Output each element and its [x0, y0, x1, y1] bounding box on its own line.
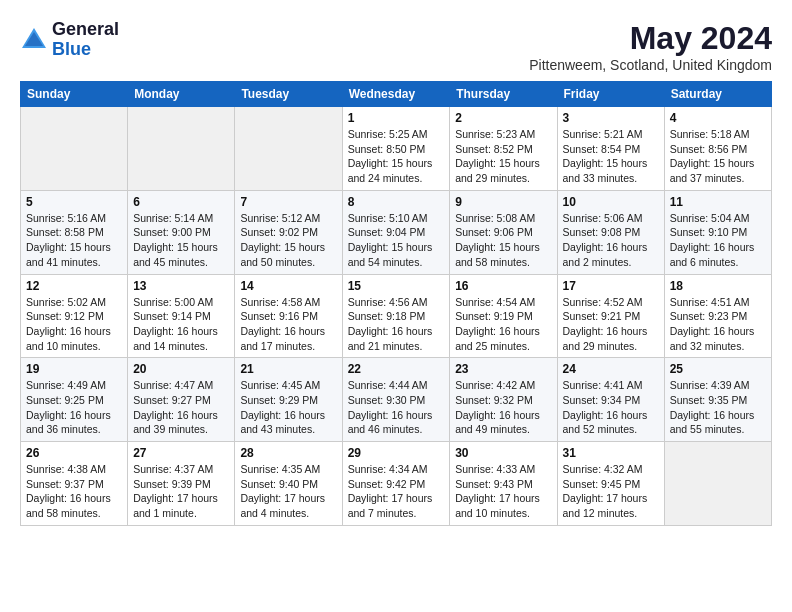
calendar-cell: 12Sunrise: 5:02 AMSunset: 9:12 PMDayligh… [21, 274, 128, 358]
calendar-cell: 27Sunrise: 4:37 AMSunset: 9:39 PMDayligh… [128, 442, 235, 526]
calendar-cell: 17Sunrise: 4:52 AMSunset: 9:21 PMDayligh… [557, 274, 664, 358]
calendar-cell: 5Sunrise: 5:16 AMSunset: 8:58 PMDaylight… [21, 190, 128, 274]
day-info: Sunrise: 4:44 AMSunset: 9:30 PMDaylight:… [348, 378, 445, 437]
day-info: Sunrise: 4:35 AMSunset: 9:40 PMDaylight:… [240, 462, 336, 521]
month-title: May 2024 [529, 20, 772, 57]
day-info: Sunrise: 5:10 AMSunset: 9:04 PMDaylight:… [348, 211, 445, 270]
calendar-cell: 11Sunrise: 5:04 AMSunset: 9:10 PMDayligh… [664, 190, 771, 274]
logo-icon [20, 26, 48, 54]
calendar-cell: 20Sunrise: 4:47 AMSunset: 9:27 PMDayligh… [128, 358, 235, 442]
calendar-cell: 7Sunrise: 5:12 AMSunset: 9:02 PMDaylight… [235, 190, 342, 274]
day-info: Sunrise: 4:38 AMSunset: 9:37 PMDaylight:… [26, 462, 122, 521]
calendar-cell: 15Sunrise: 4:56 AMSunset: 9:18 PMDayligh… [342, 274, 450, 358]
day-number: 24 [563, 362, 659, 376]
column-header-saturday: Saturday [664, 82, 771, 107]
calendar-cell: 30Sunrise: 4:33 AMSunset: 9:43 PMDayligh… [450, 442, 557, 526]
calendar-cell: 10Sunrise: 5:06 AMSunset: 9:08 PMDayligh… [557, 190, 664, 274]
calendar-cell: 18Sunrise: 4:51 AMSunset: 9:23 PMDayligh… [664, 274, 771, 358]
day-number: 3 [563, 111, 659, 125]
day-info: Sunrise: 4:54 AMSunset: 9:19 PMDaylight:… [455, 295, 551, 354]
day-info: Sunrise: 4:41 AMSunset: 9:34 PMDaylight:… [563, 378, 659, 437]
day-number: 9 [455, 195, 551, 209]
day-info: Sunrise: 4:56 AMSunset: 9:18 PMDaylight:… [348, 295, 445, 354]
day-info: Sunrise: 5:25 AMSunset: 8:50 PMDaylight:… [348, 127, 445, 186]
calendar-cell [128, 107, 235, 191]
calendar-cell: 29Sunrise: 4:34 AMSunset: 9:42 PMDayligh… [342, 442, 450, 526]
calendar-week-3: 12Sunrise: 5:02 AMSunset: 9:12 PMDayligh… [21, 274, 772, 358]
day-number: 27 [133, 446, 229, 460]
day-number: 6 [133, 195, 229, 209]
day-number: 12 [26, 279, 122, 293]
day-number: 8 [348, 195, 445, 209]
day-info: Sunrise: 4:37 AMSunset: 9:39 PMDaylight:… [133, 462, 229, 521]
day-info: Sunrise: 5:08 AMSunset: 9:06 PMDaylight:… [455, 211, 551, 270]
day-info: Sunrise: 4:45 AMSunset: 9:29 PMDaylight:… [240, 378, 336, 437]
logo-text: General Blue [52, 20, 119, 60]
calendar-cell: 25Sunrise: 4:39 AMSunset: 9:35 PMDayligh… [664, 358, 771, 442]
day-info: Sunrise: 4:34 AMSunset: 9:42 PMDaylight:… [348, 462, 445, 521]
day-number: 5 [26, 195, 122, 209]
day-number: 19 [26, 362, 122, 376]
calendar-cell: 3Sunrise: 5:21 AMSunset: 8:54 PMDaylight… [557, 107, 664, 191]
day-number: 26 [26, 446, 122, 460]
column-header-sunday: Sunday [21, 82, 128, 107]
column-header-thursday: Thursday [450, 82, 557, 107]
day-number: 21 [240, 362, 336, 376]
day-info: Sunrise: 5:14 AMSunset: 9:00 PMDaylight:… [133, 211, 229, 270]
day-number: 14 [240, 279, 336, 293]
day-number: 4 [670, 111, 766, 125]
day-number: 29 [348, 446, 445, 460]
logo: General Blue [20, 20, 119, 60]
day-number: 11 [670, 195, 766, 209]
calendar-cell: 23Sunrise: 4:42 AMSunset: 9:32 PMDayligh… [450, 358, 557, 442]
calendar-cell: 1Sunrise: 5:25 AMSunset: 8:50 PMDaylight… [342, 107, 450, 191]
calendar-header-row: SundayMondayTuesdayWednesdayThursdayFrid… [21, 82, 772, 107]
day-info: Sunrise: 5:23 AMSunset: 8:52 PMDaylight:… [455, 127, 551, 186]
day-number: 1 [348, 111, 445, 125]
day-number: 10 [563, 195, 659, 209]
day-number: 7 [240, 195, 336, 209]
calendar-cell [21, 107, 128, 191]
calendar-cell: 2Sunrise: 5:23 AMSunset: 8:52 PMDaylight… [450, 107, 557, 191]
calendar-cell: 21Sunrise: 4:45 AMSunset: 9:29 PMDayligh… [235, 358, 342, 442]
logo-general: General [52, 19, 119, 39]
calendar-week-1: 1Sunrise: 5:25 AMSunset: 8:50 PMDaylight… [21, 107, 772, 191]
calendar-cell: 24Sunrise: 4:41 AMSunset: 9:34 PMDayligh… [557, 358, 664, 442]
day-number: 22 [348, 362, 445, 376]
day-number: 2 [455, 111, 551, 125]
day-number: 17 [563, 279, 659, 293]
calendar-cell: 26Sunrise: 4:38 AMSunset: 9:37 PMDayligh… [21, 442, 128, 526]
day-number: 20 [133, 362, 229, 376]
day-number: 23 [455, 362, 551, 376]
day-info: Sunrise: 5:06 AMSunset: 9:08 PMDaylight:… [563, 211, 659, 270]
day-info: Sunrise: 4:58 AMSunset: 9:16 PMDaylight:… [240, 295, 336, 354]
calendar-week-4: 19Sunrise: 4:49 AMSunset: 9:25 PMDayligh… [21, 358, 772, 442]
day-info: Sunrise: 5:21 AMSunset: 8:54 PMDaylight:… [563, 127, 659, 186]
calendar-cell: 28Sunrise: 4:35 AMSunset: 9:40 PMDayligh… [235, 442, 342, 526]
logo-blue: Blue [52, 39, 91, 59]
column-header-monday: Monday [128, 82, 235, 107]
calendar-cell: 31Sunrise: 4:32 AMSunset: 9:45 PMDayligh… [557, 442, 664, 526]
day-info: Sunrise: 4:47 AMSunset: 9:27 PMDaylight:… [133, 378, 229, 437]
column-header-tuesday: Tuesday [235, 82, 342, 107]
calendar-cell: 14Sunrise: 4:58 AMSunset: 9:16 PMDayligh… [235, 274, 342, 358]
calendar-cell: 6Sunrise: 5:14 AMSunset: 9:00 PMDaylight… [128, 190, 235, 274]
calendar-cell: 4Sunrise: 5:18 AMSunset: 8:56 PMDaylight… [664, 107, 771, 191]
calendar-cell [235, 107, 342, 191]
calendar-table: SundayMondayTuesdayWednesdayThursdayFrid… [20, 81, 772, 526]
day-number: 30 [455, 446, 551, 460]
day-number: 18 [670, 279, 766, 293]
day-info: Sunrise: 5:16 AMSunset: 8:58 PMDaylight:… [26, 211, 122, 270]
calendar-cell: 19Sunrise: 4:49 AMSunset: 9:25 PMDayligh… [21, 358, 128, 442]
day-number: 25 [670, 362, 766, 376]
day-number: 15 [348, 279, 445, 293]
calendar-cell: 13Sunrise: 5:00 AMSunset: 9:14 PMDayligh… [128, 274, 235, 358]
calendar-cell: 9Sunrise: 5:08 AMSunset: 9:06 PMDaylight… [450, 190, 557, 274]
title-block: May 2024 Pittenweem, Scotland, United Ki… [529, 20, 772, 73]
day-info: Sunrise: 4:42 AMSunset: 9:32 PMDaylight:… [455, 378, 551, 437]
day-number: 31 [563, 446, 659, 460]
day-info: Sunrise: 5:04 AMSunset: 9:10 PMDaylight:… [670, 211, 766, 270]
day-info: Sunrise: 4:52 AMSunset: 9:21 PMDaylight:… [563, 295, 659, 354]
day-info: Sunrise: 4:51 AMSunset: 9:23 PMDaylight:… [670, 295, 766, 354]
calendar-week-2: 5Sunrise: 5:16 AMSunset: 8:58 PMDaylight… [21, 190, 772, 274]
